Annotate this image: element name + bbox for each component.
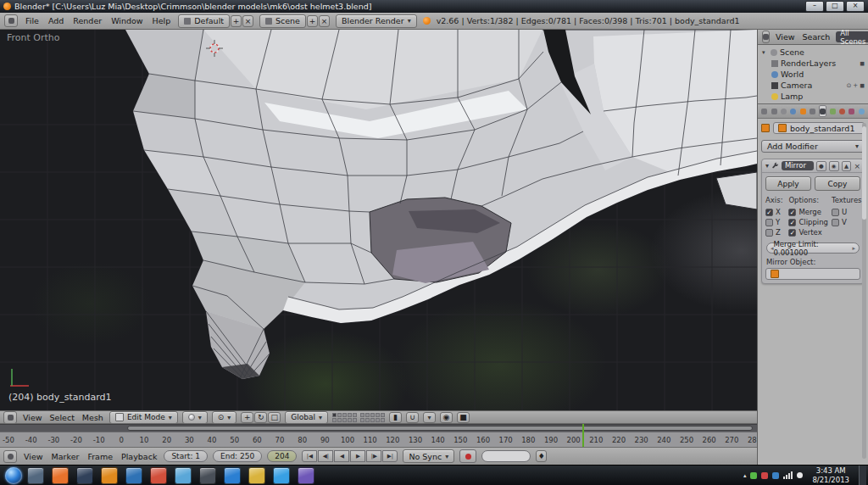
pivot-dropdown[interactable]: ⊙ ▾ bbox=[212, 411, 237, 424]
layer-toggle[interactable] bbox=[353, 413, 357, 417]
add-layout-button[interactable]: + bbox=[231, 15, 242, 27]
textures-u-checkbox[interactable] bbox=[832, 209, 839, 216]
modifiers-tab[interactable] bbox=[819, 105, 827, 117]
layer-toggle[interactable] bbox=[365, 418, 370, 422]
layer-toggle[interactable] bbox=[360, 418, 364, 422]
outliner-row-camera[interactable]: Camera⊙+◼ bbox=[758, 80, 868, 91]
taskbar-app-11[interactable] bbox=[273, 467, 290, 484]
play-reverse-button[interactable]: ◀ bbox=[334, 450, 349, 462]
outliner-row-scene[interactable]: ▾Scene bbox=[758, 47, 868, 58]
outliner-view-menu[interactable]: View bbox=[774, 32, 797, 42]
viewport-editor-icon[interactable] bbox=[3, 411, 17, 424]
outliner-row-renderlayers[interactable]: RenderLayers◼ bbox=[758, 58, 868, 69]
layer-toggle[interactable] bbox=[376, 413, 380, 417]
options-clipping-checkbox[interactable]: ✓ bbox=[788, 219, 796, 226]
timeline-scrollbar[interactable] bbox=[0, 424, 757, 432]
properties-scrollbar[interactable] bbox=[862, 123, 866, 459]
axis-y-checkbox[interactable] bbox=[765, 219, 773, 226]
screen-layout-dropdown[interactable]: Default bbox=[178, 14, 230, 28]
object-data-tab[interactable] bbox=[828, 105, 836, 117]
options-merge-checkbox[interactable]: ✓ bbox=[788, 209, 796, 216]
material-tab[interactable] bbox=[838, 105, 846, 117]
hidden-icons-arrow[interactable]: ▴ bbox=[743, 472, 747, 479]
layer-toggle[interactable] bbox=[348, 418, 352, 422]
options-vertex-checkbox[interactable]: ✓ bbox=[788, 229, 796, 237]
viewport-select-menu[interactable]: Select bbox=[48, 413, 76, 422]
layer-toggle[interactable] bbox=[353, 418, 357, 422]
world-tab[interactable] bbox=[789, 105, 797, 117]
manipulator-translate-button[interactable]: + bbox=[241, 412, 253, 423]
scene-dropdown[interactable]: Scene bbox=[259, 14, 306, 28]
menu-help[interactable]: Help bbox=[151, 16, 173, 25]
menu-window[interactable]: Window bbox=[109, 16, 144, 25]
shading-dropdown[interactable]: ▾ bbox=[182, 411, 208, 424]
taskbar-app-1[interactable] bbox=[27, 467, 44, 484]
tray-icon-red[interactable] bbox=[761, 472, 768, 479]
outliner-editor-icon[interactable] bbox=[762, 31, 770, 43]
menu-file[interactable]: File bbox=[24, 16, 41, 25]
timeline-ruler[interactable]: -50-40-30-20-100102030405060708090100110… bbox=[0, 432, 757, 447]
eye-icon[interactable]: ⊙ bbox=[846, 82, 851, 89]
outliner-row-lamp[interactable]: Lamp bbox=[758, 91, 868, 102]
editmode-toggle-icon[interactable]: ▲ bbox=[842, 161, 852, 171]
render-toggle-icon[interactable]: ● bbox=[816, 161, 826, 171]
manipulator-scale-button[interactable]: □ bbox=[268, 412, 281, 423]
keying-set-field[interactable] bbox=[481, 450, 531, 462]
merge-limit-field[interactable]: ◂ Merge Limit: 0.001000 ▸ bbox=[766, 242, 860, 254]
layer-toggle[interactable] bbox=[376, 418, 380, 422]
opengl-render-button[interactable]: ◉ bbox=[440, 412, 453, 423]
frame-start-field[interactable]: Start: 1 bbox=[164, 450, 208, 462]
insert-keyframe-button[interactable]: ♦ bbox=[536, 450, 547, 462]
maximize-button[interactable]: □ bbox=[826, 1, 844, 12]
helmet-mesh[interactable] bbox=[125, 30, 757, 379]
render-layers-tab[interactable] bbox=[770, 105, 777, 117]
taskbar-app-2[interactable] bbox=[52, 467, 69, 484]
axis-z-checkbox[interactable] bbox=[765, 229, 773, 237]
play-button[interactable]: ▶ bbox=[350, 450, 365, 462]
object-tab[interactable] bbox=[799, 105, 807, 117]
network-icon[interactable] bbox=[783, 471, 793, 479]
current-frame-indicator[interactable] bbox=[582, 424, 584, 447]
expand-icon[interactable]: ▾ bbox=[762, 49, 768, 56]
close-button[interactable]: × bbox=[846, 1, 865, 12]
outliner-search-menu[interactable]: Search bbox=[801, 32, 832, 42]
editor-type-icon[interactable] bbox=[4, 14, 18, 27]
layer-toggle[interactable] bbox=[342, 413, 347, 417]
camera-icon[interactable]: ◼ bbox=[860, 60, 865, 67]
increment-arrow-icon[interactable]: ▸ bbox=[852, 245, 855, 252]
layer-toggle[interactable] bbox=[370, 413, 375, 417]
viewport-3d[interactable]: Front Ortho (204) body_standard1 bbox=[0, 30, 757, 410]
layer-toggle[interactable] bbox=[381, 413, 385, 417]
volume-icon[interactable] bbox=[797, 472, 803, 478]
modifier-name-field[interactable]: Mirror bbox=[782, 161, 814, 170]
outliner-filter-dropdown[interactable]: All Scenes ▾ bbox=[836, 31, 868, 42]
cursor-icon[interactable]: + bbox=[853, 82, 858, 89]
layers-widget[interactable] bbox=[332, 413, 385, 422]
record-button[interactable] bbox=[459, 449, 476, 463]
timeline-marker-menu[interactable]: Marker bbox=[50, 452, 81, 461]
manipulator-rotate-button[interactable]: ↻ bbox=[254, 412, 267, 423]
frame-end-field[interactable]: End: 250 bbox=[213, 450, 262, 462]
layer-toggle[interactable] bbox=[337, 418, 342, 422]
constraints-tab[interactable] bbox=[809, 105, 816, 117]
snap-element-dropdown[interactable]: ▾ bbox=[423, 412, 436, 423]
tray-icon-green[interactable] bbox=[750, 472, 757, 479]
layer-toggle[interactable] bbox=[342, 418, 347, 422]
timeline-view-menu[interactable]: View bbox=[22, 452, 45, 461]
current-frame-field[interactable]: 204 bbox=[267, 450, 297, 462]
camera-icon[interactable]: ◼ bbox=[860, 82, 865, 89]
next-keyframe-button[interactable]: |▶ bbox=[366, 450, 381, 462]
jump-to-end-button[interactable]: ▶| bbox=[382, 450, 398, 462]
timeline-frame-menu[interactable]: Frame bbox=[86, 452, 114, 461]
timeline-playback-menu[interactable]: Playback bbox=[120, 452, 159, 461]
show-desktop-button[interactable] bbox=[859, 465, 866, 485]
sync-dropdown[interactable]: No Sync ▾ bbox=[403, 449, 454, 463]
jump-to-start-button[interactable]: |◀ bbox=[302, 450, 317, 462]
copy-button[interactable]: Copy bbox=[815, 176, 860, 191]
snap-magnet-button[interactable]: ∪ bbox=[406, 412, 419, 423]
viewport-mesh-menu[interactable]: Mesh bbox=[81, 413, 105, 422]
mirror-object-field[interactable] bbox=[765, 268, 860, 280]
taskbar-app-4[interactable] bbox=[101, 467, 118, 484]
taskbar-app-6[interactable] bbox=[150, 467, 167, 484]
viewport-view-menu[interactable]: View bbox=[21, 413, 44, 422]
